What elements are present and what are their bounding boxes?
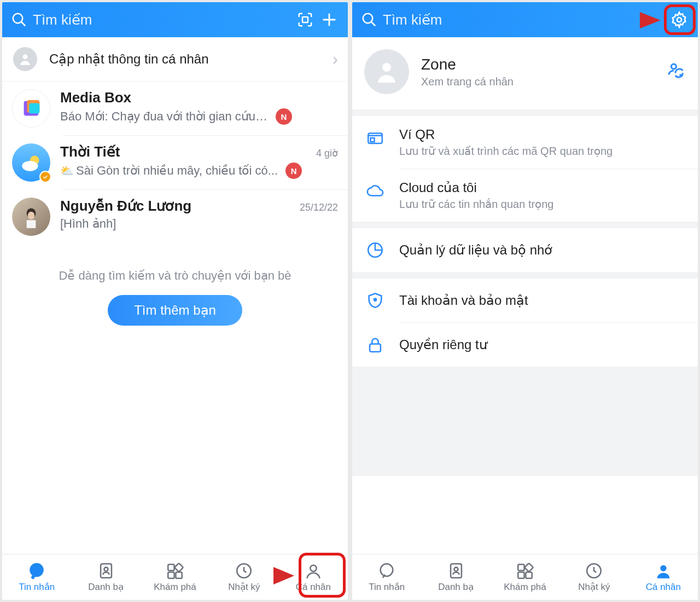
svg-point-41 — [660, 565, 666, 571]
chat-name: Nguyễn Đức Lương — [60, 198, 300, 215]
chat-name: Thời Tiết — [60, 143, 316, 160]
svg-point-25 — [677, 18, 681, 22]
menu-sub: Lưu trữ các tin nhắn quan trọng — [399, 198, 686, 211]
svg-point-27 — [672, 64, 676, 69]
tab-label: Nhật ký — [228, 581, 260, 593]
svg-rect-37 — [518, 572, 524, 578]
svg-rect-20 — [174, 563, 183, 571]
update-profile-row[interactable]: Cập nhật thông tin cá nhân › — [2, 37, 348, 81]
svg-point-5 — [23, 54, 28, 59]
tab-contacts[interactable]: Danh bạ — [421, 554, 490, 600]
tab-discover[interactable]: Khám phá — [491, 554, 559, 600]
chevron-right-icon: › — [332, 50, 338, 68]
menu-title: Quyền riêng tư — [399, 337, 686, 352]
messages-screen: Tìm kiếm Cập nhật thông tin cá nhân › Me… — [2, 2, 348, 600]
svg-point-31 — [374, 298, 376, 300]
update-profile-label: Cập nhật thông tin cá nhân — [49, 51, 209, 67]
search-icon[interactable] — [359, 9, 380, 30]
menu-title: Ví QR — [399, 127, 686, 142]
svg-point-33 — [381, 564, 393, 576]
wallet-qr-icon — [364, 127, 386, 149]
tab-discover[interactable]: Khám phá — [141, 554, 209, 600]
pie-chart-icon — [364, 239, 386, 261]
svg-line-1 — [21, 22, 26, 26]
svg-point-35 — [454, 568, 458, 571]
find-more-friends-button[interactable]: Tìm thêm bạn — [108, 295, 242, 326]
chat-row-weather[interactable]: Thời Tiết 4 giờ ⛅ Sài Gòn trời nhiều mây… — [2, 136, 348, 189]
svg-rect-2 — [302, 17, 308, 22]
settings-icon[interactable] — [667, 8, 691, 32]
menu-my-cloud[interactable]: Cloud của tôi Lưu trữ các tin nhắn quan … — [352, 169, 698, 222]
chat-time: 4 giờ — [316, 147, 338, 159]
header-bar: Tìm kiếm — [2, 2, 348, 37]
svg-point-26 — [382, 63, 391, 72]
tab-contacts[interactable]: Danh bạ — [71, 554, 140, 600]
header-bar: Tìm kiếm — [352, 2, 698, 37]
menu-sub: Lưu trữ và xuất trình các mã QR quan trọ… — [399, 144, 686, 158]
chat-preview: Sài Gòn trời nhiều mây, chiều tối có... — [76, 164, 278, 178]
content-area: Cập nhật thông tin cá nhân › Media Box B… — [2, 37, 348, 554]
menu-title: Cloud của tôi — [399, 180, 686, 195]
cloud-icon — [364, 180, 386, 202]
chat-time: 25/12/22 — [300, 202, 338, 213]
svg-point-23 — [363, 14, 373, 24]
tab-label: Nhật ký — [578, 581, 610, 593]
new-badge: N — [276, 108, 292, 125]
avatar-contact — [12, 198, 50, 236]
menu-privacy[interactable]: Quyền riêng tư — [352, 323, 698, 367]
menu-account-security[interactable]: Tài khoản và bảo mật — [352, 279, 698, 322]
tab-label: Cá nhân — [296, 582, 331, 593]
svg-point-10 — [22, 161, 38, 171]
svg-rect-36 — [518, 564, 524, 570]
search-placeholder[interactable]: Tìm kiếm — [383, 11, 667, 28]
avatar-mediabox — [12, 89, 50, 128]
search-placeholder[interactable]: Tìm kiếm — [33, 11, 293, 28]
svg-point-0 — [13, 14, 23, 24]
svg-rect-8 — [29, 103, 39, 113]
avatar-icon — [364, 49, 409, 94]
profile-screen: Tìm kiếm Zone Xem trang cá nhân Ví QR — [352, 2, 698, 600]
chat-preview: [Hình ảnh] — [60, 217, 116, 231]
content-area: Zone Xem trang cá nhân Ví QR Lưu trữ và … — [352, 37, 698, 554]
tab-bar: Tin nhắn Danh bạ Khám phá Nhật ký Cá nhâ… — [352, 554, 698, 600]
tab-profile[interactable]: Cá nhân — [629, 554, 698, 600]
chat-row-mediabox[interactable]: Media Box Báo Mới: Chạy đua với thời gia… — [2, 82, 348, 135]
svg-point-16 — [104, 568, 108, 571]
tab-messages[interactable]: Tin nhắn — [2, 554, 71, 600]
avatar-weather — [12, 143, 50, 182]
tab-label: Tin nhắn — [19, 581, 55, 593]
menu-data-storage[interactable]: Quản lý dữ liệu và bộ nhớ — [352, 228, 698, 272]
tab-profile[interactable]: Cá nhân — [279, 554, 348, 600]
tab-diary[interactable]: Nhật ký — [559, 554, 628, 600]
tab-label: Danh bạ — [438, 581, 474, 593]
svg-rect-39 — [524, 563, 533, 571]
menu-qr-wallet[interactable]: Ví QR Lưu trữ và xuất trình các mã QR qu… — [352, 116, 698, 169]
chat-name: Media Box — [60, 89, 338, 106]
tab-messages[interactable]: Tin nhắn — [352, 554, 421, 600]
menu-title: Tài khoản và bảo mật — [399, 293, 686, 308]
chat-row-contact[interactable]: Nguyễn Đức Lương 25/12/22 [Hình ảnh] — [2, 190, 348, 244]
svg-rect-32 — [370, 344, 381, 352]
tab-bar: Tin nhắn Danh bạ Khám phá Nhật ký Cá nhâ… — [2, 554, 348, 600]
search-icon[interactable] — [9, 9, 30, 30]
find-friends-hint: Dễ dàng tìm kiếm và trò chuyện với bạn b… — [2, 269, 348, 283]
add-icon[interactable] — [317, 8, 341, 32]
svg-rect-29 — [371, 138, 375, 142]
svg-line-24 — [371, 22, 376, 26]
shield-icon — [364, 290, 386, 311]
tab-diary[interactable]: Nhật ký — [209, 554, 278, 600]
svg-rect-18 — [168, 572, 174, 578]
tab-label: Tin nhắn — [369, 581, 405, 593]
svg-point-12 — [28, 212, 35, 220]
tab-label: Khám phá — [154, 582, 196, 593]
switch-account-icon[interactable] — [664, 61, 686, 83]
profile-row[interactable]: Zone Xem trang cá nhân — [352, 37, 698, 109]
svg-rect-17 — [168, 564, 174, 570]
menu-title: Quản lý dữ liệu và bộ nhớ — [399, 242, 686, 258]
weather-emoji-icon: ⛅ — [60, 164, 74, 177]
chat-preview: Báo Mới: Chạy đua với thời gian cứu bé..… — [60, 109, 268, 124]
qr-icon[interactable] — [293, 8, 317, 32]
svg-rect-19 — [176, 572, 182, 578]
lock-icon — [364, 334, 386, 356]
tab-label: Khám phá — [504, 582, 546, 593]
